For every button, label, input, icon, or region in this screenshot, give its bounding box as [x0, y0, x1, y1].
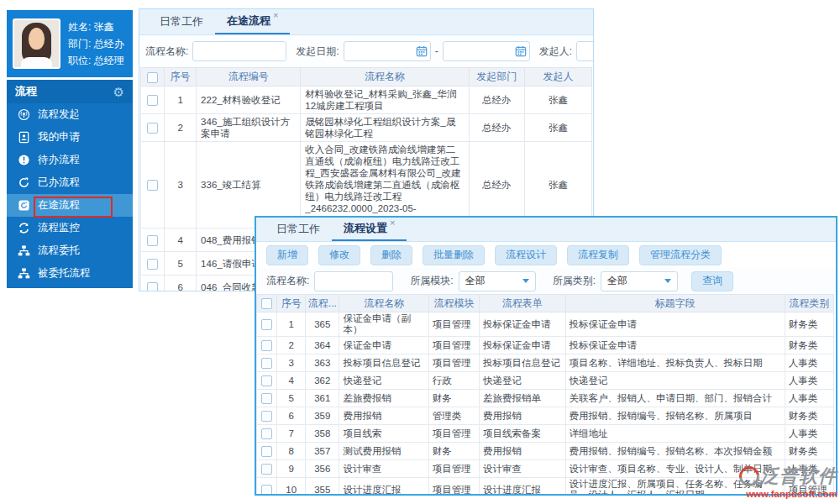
process-copy-button[interactable]: 流程复制: [567, 245, 629, 265]
cell: 财务类: [785, 312, 833, 337]
cell: 费用报销: [339, 407, 428, 425]
process-name-label: 流程名称:: [145, 45, 188, 59]
tab-label: 日常工作: [276, 222, 320, 237]
row-checkbox[interactable]: [147, 282, 158, 291]
process-name-input[interactable]: [314, 271, 393, 291]
cell-name: 材料验收登记_材料采购_张鑫_华润12城房建工程项目: [301, 87, 469, 114]
cell: 356: [306, 460, 339, 478]
tab-process-settings[interactable]: 流程设置×: [332, 218, 407, 241]
process-name-input[interactable]: [192, 41, 286, 61]
row-checkbox[interactable]: [147, 123, 158, 134]
table-row[interactable]: 9 356 设计审查 项目管理 设计审查 设计审查、项目名称、专业、设计人、制单…: [257, 460, 834, 478]
sidebar-item-done-processes[interactable]: 已办流程: [7, 171, 133, 194]
row-checkbox[interactable]: [147, 259, 158, 270]
cell: 2: [277, 337, 306, 354]
select-all-checkbox[interactable]: [261, 298, 272, 309]
profile-name-label: 姓名:: [68, 21, 91, 33]
row-checkbox[interactable]: [261, 340, 272, 351]
category-select-value: 全部: [607, 274, 627, 288]
cell: 8: [277, 443, 306, 460]
cell: 358: [306, 425, 339, 443]
cell: 项目管理: [785, 478, 833, 496]
row-checkbox[interactable]: [261, 446, 272, 457]
calendar-icon[interactable]: [515, 45, 527, 57]
calendar-icon[interactable]: [416, 45, 428, 57]
table-row[interactable]: 5 361 差旅费报销 财务 差旅费报销单 关联客户、报销人、申请日期、部门、报…: [257, 390, 834, 407]
table-row[interactable]: 10 355 设计进度汇报 项目管理 设计进度汇报 设计进度汇报、所属项目、任务…: [257, 478, 834, 496]
category-select[interactable]: 全部: [601, 271, 678, 291]
table-row[interactable]: 6 359 费用报销 管理类 费用报销 费用报销、报销编号、报销名称、所属项目 …: [257, 407, 834, 425]
redo-icon: [18, 176, 30, 189]
process-design-button[interactable]: 流程设计: [495, 245, 557, 265]
initiator-input[interactable]: [576, 41, 594, 61]
col-header: 流程名称: [339, 295, 428, 312]
select-all-checkbox[interactable]: [147, 72, 158, 83]
module-select-value: 全部: [465, 274, 486, 288]
cell: 快递登记: [565, 372, 785, 390]
profile-dept-label: 部门:: [68, 38, 91, 50]
table-row[interactable]: 1 365 保证金申请（副本） 项目管理 投标保证金申请 投标保证金申请 财务类: [257, 312, 834, 337]
sidebar-item-delegated-processes[interactable]: 被委托流程: [7, 262, 133, 285]
tab-label: 流程设置: [344, 221, 387, 236]
sidebar-item-process-delegate[interactable]: 流程委托: [7, 239, 133, 262]
app-canvas: 姓名: 张鑫 部门: 总经办 职位: 总经理 流程 ⚙ 流程发起 我的申请 待办…: [0, 0, 840, 504]
sidebar-item-process-monitor[interactable]: 流程监控: [7, 217, 133, 239]
row-checkbox[interactable]: [261, 464, 272, 475]
sidebar-item-my-applications[interactable]: 我的申请: [7, 126, 133, 149]
cell: 差旅费报销单: [480, 390, 565, 407]
table-row[interactable]: 3 363 投标项目信息登记 项目管理 投标项目信息登记 项目名称、详细地址、投…: [257, 354, 834, 372]
tab-daily-work[interactable]: 日常工作: [148, 9, 215, 34]
sidebar-item-process-start[interactable]: 流程发起: [7, 103, 133, 126]
table-row[interactable]: 2 346_施工组织设计方案申请 晟铭园林绿化工程组织设计方案_晟铭园林绿化工程…: [141, 114, 592, 142]
sidebar-item-label: 流程监控: [38, 221, 80, 235]
cell: 项目管理: [428, 460, 479, 478]
batch-delete-button[interactable]: 批量删除: [423, 245, 485, 265]
cell: 财务: [428, 443, 479, 460]
col-header: 流程表单: [480, 295, 565, 312]
tab-in-transit[interactable]: 在途流程×: [215, 9, 290, 34]
profile-panel: 姓名: 张鑫 部门: 总经办 职位: 总经理: [7, 10, 133, 77]
row-checkbox[interactable]: [261, 319, 272, 330]
tab-daily-work[interactable]: 日常工作: [265, 218, 332, 241]
row-checkbox[interactable]: [261, 428, 272, 439]
cell: 5: [277, 390, 306, 407]
row-checkbox[interactable]: [261, 393, 272, 404]
manage-category-button[interactable]: 管理流程分类: [639, 245, 722, 265]
table-row[interactable]: 8 357 测试费用报销 财务 费用报销 费用报销、报销编号、报销名称、本次报销…: [257, 443, 834, 460]
table-row[interactable]: 4 362 快递登记 行政 快递登记 快递登记 人事类: [257, 372, 834, 390]
delete-button[interactable]: 删除: [370, 245, 412, 265]
cell-no: 1: [165, 87, 197, 114]
row-checkbox[interactable]: [147, 235, 158, 246]
row-checkbox[interactable]: [261, 411, 272, 422]
gear-icon[interactable]: ⚙: [113, 86, 124, 98]
row-checkbox[interactable]: [147, 95, 158, 106]
close-icon[interactable]: ×: [273, 10, 278, 20]
cell: 保证金申请（副本）: [339, 312, 428, 337]
module-select[interactable]: 全部: [459, 271, 536, 291]
table-row[interactable]: 2 364 保证金申请 项目管理 投标保证金申请 投标保证金申请 财务类: [257, 337, 834, 354]
cell: 费用报销、报销编号、报销名称、所属项目: [565, 407, 785, 425]
table-row[interactable]: 1 222_材料验收登记 材料验收登记_材料采购_张鑫_华润12城房建工程项目 …: [141, 87, 592, 114]
table-row[interactable]: 7 358 项目线索 项目管理 项目线索备案 详细地址 人事类: [257, 425, 834, 443]
cell: 设计审查: [339, 460, 428, 478]
sidebar-item-in-transit-processes[interactable]: 在途流程: [7, 194, 133, 217]
cell: 项目名称、详细地址、投标负责人、投标日期: [565, 354, 785, 372]
col-header: 流程...: [306, 295, 339, 312]
cell: 10: [277, 478, 306, 496]
cell: 设计审查: [480, 460, 565, 478]
row-checkbox[interactable]: [261, 375, 272, 386]
edit-button[interactable]: 修改: [318, 245, 360, 265]
process-settings-table: 序号 流程... 流程名称 流程模块 流程表单 标题字段 流程类别 1 365 …: [256, 294, 834, 496]
cell: 364: [306, 337, 339, 354]
add-button[interactable]: 新增: [266, 245, 308, 265]
row-checkbox[interactable]: [147, 180, 158, 191]
col-header: 流程名称: [301, 68, 469, 87]
cell: 管理类: [428, 407, 479, 425]
sidebar-item-label: 在途流程: [38, 198, 80, 213]
sidebar-item-todo-processes[interactable]: 待办流程: [7, 149, 133, 171]
row-checkbox[interactable]: [261, 485, 272, 496]
row-checkbox[interactable]: [261, 358, 272, 369]
category-label: 所属类别:: [553, 274, 596, 288]
search-button[interactable]: 查询: [691, 271, 733, 291]
close-icon[interactable]: ×: [390, 218, 395, 228]
